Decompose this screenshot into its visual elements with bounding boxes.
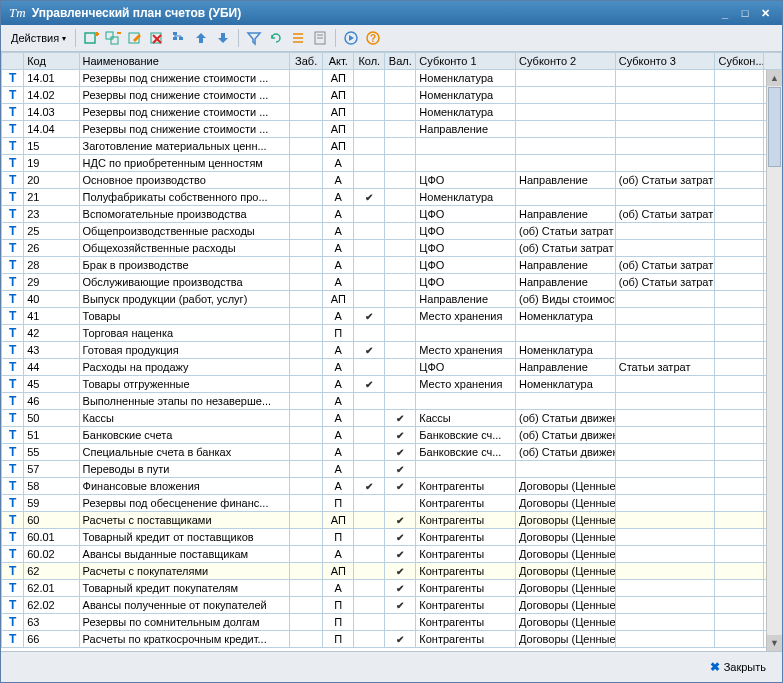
table-row[interactable]: Т25Общепроизводственные расходыАЦФО(об) … — [2, 223, 782, 240]
col-sub1[interactable]: Субконто 1 — [416, 53, 516, 70]
cell-val — [385, 240, 416, 257]
cell-sub3 — [615, 70, 715, 87]
table-row[interactable]: Т55Специальные счета в банкахАБанковские… — [2, 444, 782, 461]
cell-name: Резервы под снижение стоимости ... — [79, 104, 290, 121]
table-row[interactable]: Т60Расчеты с поставщикамиАПКонтрагентыДо… — [2, 512, 782, 529]
table-row[interactable]: Т15Заготовление материальных ценн...АП — [2, 138, 782, 155]
table-row[interactable]: Т51Банковские счетаАБанковские сч...(об)… — [2, 427, 782, 444]
cell-sub1: ЦФО — [416, 359, 516, 376]
refresh-icon[interactable] — [266, 28, 286, 48]
accounts-table[interactable]: Код Наименование Заб. Акт. Кол. Вал. Суб… — [1, 52, 782, 648]
maximize-button[interactable]: □ — [736, 5, 754, 21]
svg-rect-10 — [173, 32, 177, 35]
cell-name: Вспомогательные производства — [79, 206, 290, 223]
delete-icon[interactable] — [147, 28, 167, 48]
table-row[interactable]: Т46Выполненные этапы по незаверше...А — [2, 393, 782, 410]
table-row[interactable]: Т62.02Авансы полученные от покупателейПК… — [2, 597, 782, 614]
cell-kol — [354, 444, 385, 461]
table-row[interactable]: Т29Обслуживающие производстваАЦФОНаправл… — [2, 274, 782, 291]
cell-zab — [290, 444, 323, 461]
col-icon[interactable] — [2, 53, 24, 70]
actions-menu[interactable]: Действия — [7, 30, 70, 46]
svg-rect-11 — [173, 37, 177, 40]
table-row[interactable]: Т62Расчеты с покупателямиАПКонтрагентыДо… — [2, 563, 782, 580]
table-row[interactable]: Т42Торговая наценкаП — [2, 325, 782, 342]
scroll-thumb[interactable] — [768, 87, 781, 167]
cell-sub3 — [615, 546, 715, 563]
hierarchy-icon[interactable] — [169, 28, 189, 48]
account-icon: Т — [9, 547, 16, 561]
cell-sub1 — [416, 325, 516, 342]
table-row[interactable]: Т50КассыАКассы(об) Статьи движен... — [2, 410, 782, 427]
move-up-icon[interactable] — [191, 28, 211, 48]
table-row[interactable]: Т57Переводы в путиА — [2, 461, 782, 478]
table-row[interactable]: Т63Резервы по сомнительным долгамПКонтра… — [2, 614, 782, 631]
cell-code: 60.01 — [24, 529, 79, 546]
cell-kol — [354, 580, 385, 597]
scroll-up-icon[interactable]: ▲ — [767, 70, 782, 86]
cell-code: 59 — [24, 495, 79, 512]
cell-akt: А — [323, 206, 354, 223]
table-row[interactable]: Т14.04Резервы под снижение стоимости ...… — [2, 121, 782, 138]
cell-zab — [290, 393, 323, 410]
table-row[interactable]: Т59Резервы под обесценение финанс...ПКон… — [2, 495, 782, 512]
cell-code: 14.03 — [24, 104, 79, 121]
col-akt[interactable]: Акт. — [323, 53, 354, 70]
minimize-button[interactable]: _ — [716, 5, 734, 21]
col-code[interactable]: Код — [24, 53, 79, 70]
edit-icon[interactable] — [125, 28, 145, 48]
list-icon[interactable] — [288, 28, 308, 48]
table-row[interactable]: Т28Брак в производствеАЦФОНаправление(об… — [2, 257, 782, 274]
go-icon[interactable] — [341, 28, 361, 48]
table-row[interactable]: Т26Общехозяйственные расходыАЦФО(об) Ста… — [2, 240, 782, 257]
report-icon[interactable] — [310, 28, 330, 48]
cell-zab — [290, 155, 323, 172]
table-row[interactable]: Т43Готовая продукцияАМесто храненияНомен… — [2, 342, 782, 359]
cell-val — [385, 512, 416, 529]
titlebar[interactable]: Tт Управленческий план счетов (УБИ) _ □ … — [1, 1, 782, 25]
table-row[interactable]: Т44Расходы на продажуАЦФОНаправлениеСтат… — [2, 359, 782, 376]
cell-sub3 — [615, 614, 715, 631]
move-down-icon[interactable] — [213, 28, 233, 48]
cell-val — [385, 495, 416, 512]
table-row[interactable]: Т40Выпуск продукции (работ, услуг)АПНапр… — [2, 291, 782, 308]
table-row[interactable]: Т14.03Резервы под снижение стоимости ...… — [2, 104, 782, 121]
table-row[interactable]: Т60.02Авансы выданные поставщикамАКонтра… — [2, 546, 782, 563]
col-sub2[interactable]: Субконто 2 — [516, 53, 616, 70]
close-button[interactable]: ✖ Закрыть — [702, 657, 774, 677]
add-child-icon[interactable] — [103, 28, 123, 48]
cell-akt: А — [323, 189, 354, 206]
table-row[interactable]: Т60.01Товарный кредит от поставщиковПКон… — [2, 529, 782, 546]
account-icon: Т — [9, 105, 16, 119]
col-name[interactable]: Наименование — [79, 53, 290, 70]
table-row[interactable]: Т20Основное производствоАЦФОНаправление(… — [2, 172, 782, 189]
scroll-down-icon[interactable]: ▼ — [767, 635, 782, 651]
table-row[interactable]: Т41ТоварыАМесто храненияНоменклатура — [2, 308, 782, 325]
col-kol[interactable]: Кол. — [354, 53, 385, 70]
table-row[interactable]: Т14.01Резервы под снижение стоимости ...… — [2, 70, 782, 87]
table-row[interactable]: Т62.01Товарный кредит покупателямАКонтра… — [2, 580, 782, 597]
cell-zab — [290, 410, 323, 427]
table-row[interactable]: Т14.02Резервы под снижение стоимости ...… — [2, 87, 782, 104]
close-window-button[interactable]: ✕ — [756, 5, 774, 21]
col-sub4[interactable]: Субкон... — [715, 53, 764, 70]
grid-container: Код Наименование Заб. Акт. Кол. Вал. Суб… — [1, 52, 782, 651]
table-row[interactable]: Т19НДС по приобретенным ценностямА — [2, 155, 782, 172]
vertical-scrollbar[interactable]: ▲ ▼ — [766, 70, 782, 651]
table-row[interactable]: Т21Полуфабрикаты собственного про...АНом… — [2, 189, 782, 206]
add-icon[interactable] — [81, 28, 101, 48]
cell-sub3: (об) Статьи затрат — [615, 172, 715, 189]
table-row[interactable]: Т58Финансовые вложенияАКонтрагентыДогово… — [2, 478, 782, 495]
filter-icon[interactable] — [244, 28, 264, 48]
table-row[interactable]: Т23Вспомогательные производстваАЦФОНапра… — [2, 206, 782, 223]
table-row[interactable]: Т66Расчеты по краткосрочным кредит...ПКо… — [2, 631, 782, 648]
col-val[interactable]: Вал. — [385, 53, 416, 70]
cell-code: 23 — [24, 206, 79, 223]
col-zab[interactable]: Заб. — [290, 53, 323, 70]
help-icon[interactable]: ? — [363, 28, 383, 48]
cell-sub4 — [715, 223, 764, 240]
cell-code: 45 — [24, 376, 79, 393]
col-sub3[interactable]: Субконто 3 — [615, 53, 715, 70]
table-row[interactable]: Т45Товары отгруженныеАМесто храненияНоме… — [2, 376, 782, 393]
cell-kol — [354, 631, 385, 648]
